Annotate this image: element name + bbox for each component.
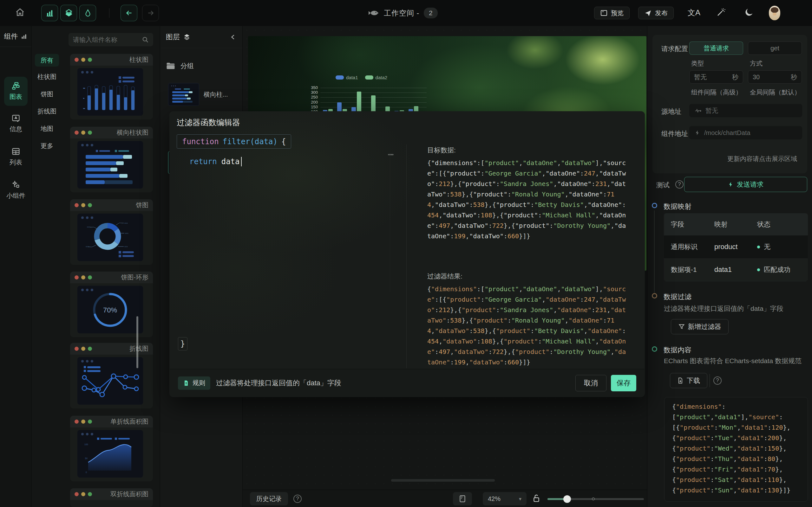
top-bar: 工作空间 - 2 预览 发布 文A xyxy=(0,0,812,26)
magic-wand-icon[interactable] xyxy=(716,8,726,17)
component-card-dual-area[interactable]: 双折线面积图 xyxy=(70,488,153,507)
preview-button[interactable]: 预览 xyxy=(594,7,629,19)
details-panel-toggle-button[interactable] xyxy=(79,5,96,21)
data-content-json[interactable]: {"dimensions": ["product","data1"],"sour… xyxy=(664,397,808,502)
folder-icon xyxy=(166,62,175,70)
horizontal-scrollbar[interactable] xyxy=(391,479,495,482)
status-dot xyxy=(757,245,760,248)
home-icon[interactable] xyxy=(15,8,25,17)
workspace-title: 工作空间 - 2 xyxy=(368,0,438,26)
help-icon[interactable]: ? xyxy=(675,180,683,188)
layout-toggle-button[interactable] xyxy=(453,492,472,505)
request-method-chip[interactable]: get xyxy=(748,42,802,55)
publish-button[interactable]: 发布 xyxy=(638,7,674,19)
status-dot xyxy=(757,268,760,271)
traffic-dots xyxy=(74,419,92,424)
divider xyxy=(406,145,407,368)
divider xyxy=(710,374,710,387)
update-hint: 更新内容请点击展示区域 xyxy=(727,155,797,163)
layers-panel-toggle-button[interactable] xyxy=(60,5,77,21)
collapse-panel-icon[interactable] xyxy=(230,34,237,41)
component-card-area[interactable]: 单折线面积图 100500 xyxy=(70,416,153,481)
table-row: 通用标识 product 无 xyxy=(664,235,808,258)
mapping-section-label: 数据映射 xyxy=(664,202,692,211)
layer-item-hbar[interactable]: 横向柱... xyxy=(168,83,236,106)
send-request-button[interactable]: 发送请求 xyxy=(684,177,807,192)
sidebar-item-charts[interactable]: 图表 xyxy=(4,77,28,106)
undo-button[interactable] xyxy=(120,5,137,21)
traffic-dots xyxy=(74,275,92,279)
cancel-button[interactable]: 取消 xyxy=(575,375,606,391)
unlock-icon[interactable] xyxy=(532,494,541,503)
layer-group-row[interactable]: 分组 xyxy=(166,61,194,70)
mapping-node-icon xyxy=(652,203,657,208)
bar xyxy=(357,92,361,112)
component-card-pie[interactable]: 饼图 xxxxxxxxxxxxxxx xyxy=(70,199,153,265)
component-interval-input[interactable]: 暂无秒 xyxy=(689,70,743,83)
layer-item-label: 横向柱... xyxy=(204,90,228,99)
canvas-bar-chart[interactable]: data1data2 350300250200150100 xyxy=(308,76,430,115)
sidebar-item-list[interactable]: 列表 xyxy=(4,142,28,171)
chart-panel-toggle-button[interactable] xyxy=(41,5,58,21)
scrollbar[interactable] xyxy=(388,154,394,155)
component-address-input[interactable]: /mock/chartData xyxy=(689,126,802,139)
sidebar-item-widgets[interactable]: 小组件 xyxy=(4,176,28,205)
component-sidebar: 组件 图表 信息 列表 小组件 xyxy=(0,26,32,507)
search-input[interactable] xyxy=(73,36,142,43)
sidebar-header: 组件 xyxy=(0,26,32,47)
info-text-icon xyxy=(11,114,20,123)
preview-icon xyxy=(600,9,608,17)
pie-chart-thumbnail: xxxxxxxxxxxxxxx xyxy=(78,214,143,261)
slider-thumb[interactable] xyxy=(563,495,571,503)
global-interval-input[interactable]: 30秒 xyxy=(748,70,802,83)
download-button[interactable]: 下载 xyxy=(670,373,707,388)
tab-more[interactable]: 更多 xyxy=(35,139,59,152)
scrollbar[interactable] xyxy=(136,316,138,368)
toolbar-divider xyxy=(109,8,109,18)
add-filter-button[interactable]: 新增过滤器 xyxy=(671,319,728,334)
save-button[interactable]: 保存 xyxy=(611,375,636,391)
bar-chart-thumbnail xyxy=(78,68,143,116)
zoom-select[interactable]: 42%▾ xyxy=(483,492,526,505)
type-label: 类型 xyxy=(691,59,704,68)
theme-moon-icon[interactable] xyxy=(744,8,754,17)
zoom-slider[interactable] xyxy=(548,498,644,500)
charts-icon xyxy=(11,81,20,90)
help-icon[interactable]: ? xyxy=(713,377,722,385)
component-search[interactable] xyxy=(68,33,153,46)
tab-bar[interactable]: 柱状图 xyxy=(35,70,59,83)
traffic-dots xyxy=(74,203,92,207)
redo-button[interactable] xyxy=(142,5,159,21)
table-header: 字段 映射 状态 xyxy=(664,213,808,235)
history-button[interactable]: 历史记录 xyxy=(250,492,288,505)
component-card-ring[interactable]: 饼图-环形 70% xyxy=(70,272,153,337)
request-type-chip[interactable]: 普通请求 xyxy=(689,42,743,55)
sidebar-item-info[interactable]: 信息 xyxy=(4,109,28,138)
closing-brace: } xyxy=(178,337,188,350)
filter-editor-modal: 过滤器函数编辑器 function filter(data) { return … xyxy=(169,111,645,397)
tab-map[interactable]: 地图 xyxy=(35,122,59,135)
bar-chart-icon xyxy=(20,33,28,40)
source-address-label: 源地址 xyxy=(661,107,681,116)
send-icon xyxy=(644,9,652,17)
tab-pie[interactable]: 饼图 xyxy=(35,88,59,101)
traffic-dots xyxy=(74,58,92,62)
svg-text:xxx: xxx xyxy=(125,232,129,234)
tab-all[interactable]: 所有 xyxy=(35,54,59,66)
component-card-bar[interactable]: 柱状图 xyxy=(70,54,153,119)
source-address-input[interactable]: 暂无 xyxy=(689,104,802,117)
lightning-icon xyxy=(728,181,734,188)
svg-text:xxx: xxx xyxy=(124,245,128,247)
translate-icon[interactable]: 文A xyxy=(688,8,700,18)
layers-title: 图层 xyxy=(166,32,180,42)
component-card-line[interactable]: 折线图 xyxy=(70,343,153,408)
avatar[interactable] xyxy=(769,6,780,20)
funnel-icon xyxy=(678,324,685,330)
svg-text:100: 100 xyxy=(84,443,88,446)
component-address-label: 组件地址 xyxy=(661,129,688,138)
code-editor[interactable]: return data xyxy=(189,157,242,166)
help-icon[interactable]: ? xyxy=(293,495,302,503)
component-library-panel: 所有 柱状图 饼图 折线图 地图 更多 柱状图 横向柱状图 xyxy=(32,26,160,507)
tab-line[interactable]: 折线图 xyxy=(35,105,59,118)
component-card-hbar[interactable]: 横向柱状图 xyxy=(70,127,153,192)
